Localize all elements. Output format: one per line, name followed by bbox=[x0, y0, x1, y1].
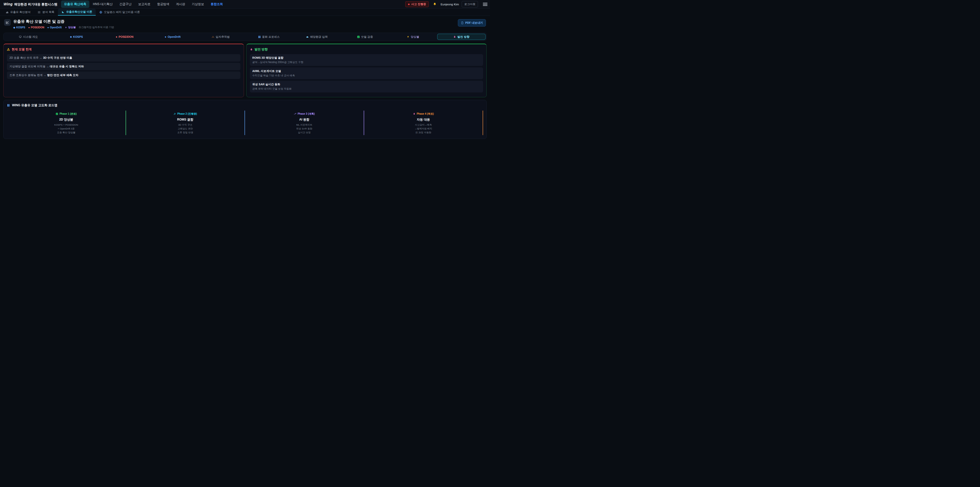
app-logo: Wing bbox=[3, 2, 13, 6]
phase-2-label: Phase 2 (진행중) bbox=[173, 112, 197, 116]
globe-icon bbox=[99, 11, 102, 14]
limitation-item: 2D 표층 확산 모의 위주 → 3D 수직 구조 반영 미흡 bbox=[7, 54, 240, 62]
phase-4-label: Phase 4 (목표) bbox=[413, 112, 434, 116]
tab-kosps[interactable]: ◆ KOSPS bbox=[52, 34, 100, 40]
check-square-icon bbox=[56, 113, 58, 115]
nav-reports[interactable]: 보고자료 bbox=[135, 0, 153, 8]
page-header: 유출유 확산 모델 이론 및 검증 ◆ KOSPS ● POSEIDON ● O… bbox=[0, 16, 490, 30]
wrench-icon bbox=[173, 113, 176, 115]
subtab-oil-fence-theory[interactable]: 오일펜스 배치 알고리즘 이론 bbox=[96, 9, 143, 16]
tab-particle-tracking[interactable]: 입자추적법 bbox=[197, 34, 245, 40]
model-badge-row: ◆ KOSPS ● POSEIDON ● OpenDrift 앙상블 라그랑지안… bbox=[13, 26, 114, 29]
tab-opendrift[interactable]: ● OpenDrift bbox=[148, 34, 197, 40]
roadmap-phase-4: Phase 4 (목표) 자동 대응 사고감지→예측 →방제자원 배치 전 과정… bbox=[364, 110, 484, 135]
trend-up-icon bbox=[294, 113, 296, 115]
tab-model-validation[interactable]: 모델 검증 bbox=[341, 34, 389, 40]
nav-hns-dispersion[interactable]: HNS·대기확산 bbox=[90, 0, 116, 8]
list-icon bbox=[38, 11, 41, 14]
opendrift-badge: ● OpenDrift bbox=[48, 26, 62, 29]
nav-aerial-search[interactable]: 항공탐색 bbox=[154, 0, 172, 8]
limitations-card-header: ⚠ 현재 모델 한계 bbox=[7, 47, 240, 51]
subtab-model-theory[interactable]: 유출유확산모델 이론 bbox=[58, 9, 96, 16]
page-title: 유출유 확산 모델 이론 및 검증 bbox=[13, 19, 114, 24]
user-name: Eunjeong Kim bbox=[441, 3, 459, 6]
rocket-icon bbox=[453, 35, 456, 38]
phase-4-title: 자동 대응 bbox=[364, 118, 483, 122]
phase-4-details: 사고감지→예측 →방제자원 배치 전 과정 자동화 bbox=[364, 123, 483, 134]
limitation-item: 조류 조화상수 분해능 한계 → 항만·연안 세부 예측 오차 bbox=[7, 72, 240, 79]
poseidon-badge: ● POSEIDON bbox=[28, 26, 45, 29]
dot-icon: ● bbox=[116, 35, 118, 38]
tab-ensemble[interactable]: 앙상블 bbox=[389, 34, 437, 40]
kosps-badge: ◆ KOSPS bbox=[13, 26, 25, 29]
logout-button[interactable]: 로그아웃 bbox=[462, 1, 478, 7]
particles-icon bbox=[212, 35, 215, 38]
ensemble-badge: 앙상블 bbox=[65, 26, 76, 29]
subtab-analysis-list[interactable]: 분석 목록 bbox=[34, 9, 58, 16]
lightning-icon bbox=[407, 35, 409, 38]
phase-1-label: Phase 1 (완료) bbox=[56, 112, 76, 116]
monitor-icon bbox=[19, 35, 22, 38]
phase-1-title: 2D 앙상블 bbox=[7, 118, 126, 122]
subtab-spread-analysis[interactable]: 유출유 확산분석 bbox=[2, 9, 34, 16]
page-chart-icon bbox=[4, 19, 11, 26]
phase-2-details: 3D 수직 구조 고해상도 연안 조류 정밀 반영 bbox=[126, 123, 245, 134]
brand: Wing 해양환경 위기대응 통합시스템 bbox=[3, 2, 57, 6]
content-cards: ⚠ 현재 모델 한계 2D 표층 확산 모의 위주 → 3D 수직 구조 반영 … bbox=[3, 44, 487, 97]
diamond-icon: ◆ bbox=[13, 26, 15, 29]
cloud-icon bbox=[306, 35, 309, 38]
notification-bell-icon[interactable] bbox=[431, 1, 438, 7]
roadmap-phases: Phase 1 (완료) 2D 앙상블 KOSPS + POSEIDON + O… bbox=[7, 110, 483, 135]
ruler-icon bbox=[62, 10, 65, 14]
future-card-header: 발전 방향 bbox=[250, 47, 484, 51]
future-item: ROMS 3D 해양모델 결합 광역→상세역 Nesting 200m급 고해상… bbox=[250, 54, 484, 66]
nav-board[interactable]: 게시판 bbox=[173, 0, 188, 8]
pdf-export-button[interactable]: PDF 내보내기 bbox=[458, 19, 486, 27]
dot-icon: ● bbox=[48, 26, 49, 29]
future-direction-card: 발전 방향 ROMS 3D 해양모델 결합 광역→상세역 Nesting 200… bbox=[246, 44, 487, 97]
book-icon bbox=[7, 104, 10, 107]
menu-hamburger-icon[interactable] bbox=[483, 3, 487, 6]
rocket-icon bbox=[413, 113, 415, 115]
current-limitations-card: ⚠ 현재 모델 한계 2D 표층 확산 모의 위주 → 3D 수직 구조 반영 … bbox=[3, 44, 244, 97]
top-bar: Wing 해양환경 위기대응 통합시스템 유출유 확산예측 HNS·대기확산 긴… bbox=[0, 0, 490, 9]
tab-ocean-env-input[interactable]: 해양환경 입력 bbox=[293, 34, 341, 40]
tab-weathering-process[interactable]: 풍화 프로세스 bbox=[245, 34, 293, 40]
incident-dot-icon bbox=[408, 3, 410, 5]
top-bar-right: 사고 진행중 Eunjeong Kim 로그아웃 bbox=[405, 1, 487, 7]
nav-integrated-search[interactable]: 통합조회 bbox=[207, 0, 226, 8]
lightning-icon bbox=[65, 26, 67, 29]
page-subtitle: 라그랑지안 입자추적 이론 기반 bbox=[79, 26, 114, 29]
app-title: 해양환경 위기대응 통합시스템 bbox=[14, 2, 57, 6]
main-nav: 유출유 확산예측 HNS·대기확산 긴급구난 보고자료 항공탐색 게시판 기상정… bbox=[61, 0, 226, 8]
roadmap-phase-1: Phase 1 (완료) 2D 앙상블 KOSPS + POSEIDON + O… bbox=[7, 110, 126, 135]
dot-icon: ● bbox=[28, 26, 30, 29]
roadmap-phase-3: Phase 3 (계획) AI 융합 ML 서로게이트 위성 SAR 동화 실시… bbox=[245, 110, 364, 135]
dot-icon: ● bbox=[165, 35, 166, 38]
tab-poseidon[interactable]: ● POSEIDON bbox=[100, 34, 148, 40]
tab-future-direction[interactable]: 발전 방향 bbox=[437, 34, 486, 40]
rocket-icon bbox=[250, 48, 253, 51]
roadmap-phase-2: Phase 2 (진행중) ROMS 결합 3D 수직 구조 고해상도 연안 조… bbox=[126, 110, 245, 135]
roadmap-card: WING 유출유 모델 고도화 로드맵 Phase 1 (완료) 2D 앙상블 … bbox=[3, 100, 487, 139]
nav-oil-spill-prediction[interactable]: 유출유 확산예측 bbox=[61, 0, 89, 8]
section-tabs: 시스템 개요 ◆ KOSPS ● POSEIDON ● OpenDrift 입자… bbox=[3, 33, 487, 41]
tab-system-overview[interactable]: 시스템 개요 bbox=[4, 34, 52, 40]
nav-emergency-rescue[interactable]: 긴급구난 bbox=[116, 0, 135, 8]
page-title-block: 유출유 확산 모델 이론 및 검증 ◆ KOSPS ● POSEIDON ● O… bbox=[13, 19, 114, 29]
phase-2-title: ROMS 결합 bbox=[126, 118, 245, 122]
limitation-item: 기상해양 결합 피드백 미적용 → 대규모 유출 시 정확도 저하 bbox=[7, 63, 240, 70]
incident-status-badge[interactable]: 사고 진행중 bbox=[405, 1, 429, 7]
check-square-icon bbox=[357, 35, 360, 38]
nav-weather-info[interactable]: 기상정보 bbox=[189, 0, 207, 8]
sub-tab-bar: 유출유 확산분석 분석 목록 유출유확산모델 이론 오일펜스 배치 알고리즘 이… bbox=[0, 9, 490, 16]
grid-icon bbox=[258, 35, 261, 38]
phase-1-details: KOSPS + POSEIDON + OpenDrift 3종 표층 확산 앙상… bbox=[7, 123, 126, 134]
phase-3-title: AI 융합 bbox=[245, 118, 364, 122]
future-item: AI/ML 서로게이트 모델 수치모델 학습 기반 수초 내 근사 예측 bbox=[250, 67, 484, 79]
future-item: 위성 SAR 실시간 동화 관측 유막 데이터 모델 보정 자동화 bbox=[250, 81, 484, 93]
bar-chart-icon bbox=[6, 11, 9, 14]
document-icon bbox=[461, 21, 464, 24]
diamond-icon: ◆ bbox=[70, 35, 72, 38]
phase-3-label: Phase 3 (계획) bbox=[294, 112, 315, 116]
